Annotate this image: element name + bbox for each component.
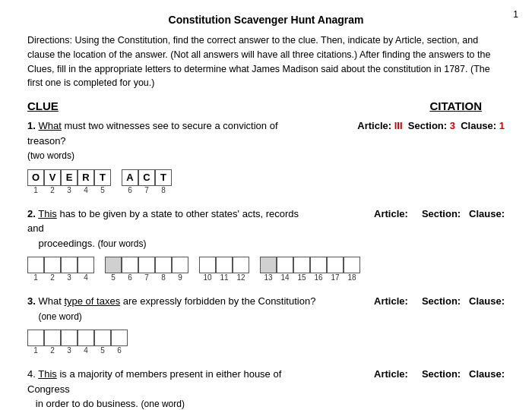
cell-number: 7 — [138, 186, 155, 194]
cell-number: 5 — [94, 346, 111, 355]
box-group: ACT678 — [122, 169, 172, 194]
page-number: 1 — [513, 9, 518, 20]
letter-cell — [111, 330, 128, 346]
question-row-3: 3. What type of taxes are expressly forb… — [27, 294, 505, 323]
cell-number: 17 — [327, 273, 344, 282]
letter-boxes-2: 123456789101112131415161718 — [27, 257, 505, 282]
letter-cell — [27, 330, 44, 346]
directions-text: Directions: Using the Constitution, find… — [27, 33, 505, 90]
cell-number: 3 — [61, 186, 78, 194]
question-text-3: 3. What type of taxes are expressly forb… — [27, 294, 315, 323]
citation-header: CITATION — [429, 99, 482, 112]
question-row-1: 1. What must two witnesses see to secure… — [27, 118, 505, 163]
letter-cell — [78, 330, 94, 346]
letter-cell — [94, 330, 111, 346]
citation-1: Article: III Section: 3 Clause: 1 — [337, 118, 505, 131]
letter-cell — [44, 330, 61, 346]
letter-cell: E — [61, 169, 78, 186]
cell-number: 11 — [216, 273, 233, 282]
question-text-1: 1. What must two witnesses see to secure… — [27, 118, 316, 163]
cell-number: 8 — [155, 186, 172, 194]
cell-number: 6 — [122, 273, 138, 282]
cell-number: 13 — [260, 273, 277, 282]
letter-cell: C — [138, 169, 155, 186]
letter-cell: V — [44, 169, 61, 186]
cell-number: 10 — [199, 273, 216, 282]
cell-number: 1 — [27, 186, 44, 194]
citation-2: Article: Section: Clause: — [337, 207, 505, 219]
cell-number: 5 — [105, 273, 122, 282]
letter-cell: T — [155, 169, 172, 186]
cell-number: 18 — [344, 273, 360, 282]
letter-cell — [155, 257, 172, 273]
page-title: Constitution Scavenger Hunt Anagram — [27, 14, 505, 26]
question-row-4: 4. This is a majority of members present… — [27, 367, 505, 410]
box-group: 56789 — [105, 257, 188, 282]
letter-cell — [310, 257, 327, 273]
box-group: OVERT12345 — [27, 169, 111, 194]
question-1: 1. What must two witnesses see to secure… — [27, 118, 505, 194]
cell-number: 3 — [61, 346, 78, 355]
letter-cell: T — [94, 169, 111, 186]
cell-number: 5 — [94, 186, 111, 194]
box-group: 1234 — [27, 257, 94, 282]
cell-number: 6 — [111, 346, 128, 355]
cell-number: 1 — [27, 273, 44, 282]
cell-number: 16 — [310, 273, 327, 282]
letter-cell — [44, 257, 61, 273]
question-text-2: 2. This has to be given by a state to ot… — [27, 207, 316, 251]
question-4: 4. This is a majority of members present… — [27, 367, 505, 410]
cell-number: 9 — [172, 273, 188, 282]
letter-cell — [105, 257, 122, 273]
letter-cell — [216, 257, 233, 273]
cell-number: 8 — [155, 273, 172, 282]
question-row-2: 2. This has to be given by a state to ot… — [27, 207, 505, 251]
cell-number: 2 — [44, 186, 61, 194]
letter-cell — [61, 257, 78, 273]
letter-cell — [172, 257, 188, 273]
cell-number: 6 — [122, 186, 138, 194]
letter-cell — [293, 257, 310, 273]
question-2: 2. This has to be given by a state to ot… — [27, 207, 505, 282]
box-group: 123456 — [27, 330, 128, 355]
cell-number: 2 — [44, 273, 61, 282]
cell-number: 4 — [78, 346, 94, 355]
letter-cell — [138, 257, 155, 273]
headers-row: CLUE CITATION — [27, 99, 505, 112]
cell-number: 3 — [61, 273, 78, 282]
citation-4: Article: Section: Clause: — [337, 367, 505, 380]
letter-cell — [233, 257, 249, 273]
letter-cell — [199, 257, 216, 273]
letter-cell: A — [122, 169, 138, 186]
letter-boxes-3: 123456 — [27, 330, 505, 355]
letter-cell — [277, 257, 293, 273]
letter-cell: R — [78, 169, 94, 186]
cell-number: 1 — [27, 346, 44, 355]
questions-container: 1. What must two witnesses see to secure… — [27, 118, 505, 410]
cell-number: 4 — [78, 273, 94, 282]
cell-number: 2 — [44, 346, 61, 355]
cell-number: 7 — [138, 273, 155, 282]
clue-header: CLUE — [27, 99, 59, 112]
box-group: 131415161718 — [260, 257, 360, 282]
question-text-4: 4. This is a majority of members present… — [27, 367, 316, 410]
letter-cell — [122, 257, 138, 273]
question-3: 3. What type of taxes are expressly forb… — [27, 294, 505, 355]
letter-cell — [27, 257, 44, 273]
cell-number: 15 — [293, 273, 310, 282]
cell-number: 12 — [233, 273, 249, 282]
citation-3: Article: Section: Clause: — [337, 294, 505, 307]
cell-number: 14 — [277, 273, 293, 282]
letter-cell — [61, 330, 78, 346]
letter-cell — [78, 257, 94, 273]
cell-number: 4 — [78, 186, 94, 194]
letter-cell — [344, 257, 360, 273]
letter-boxes-1: OVERT12345ACT678 — [27, 169, 505, 194]
box-group: 101112 — [199, 257, 249, 282]
letter-cell: O — [27, 169, 44, 186]
letter-cell — [327, 257, 344, 273]
letter-cell — [260, 257, 277, 273]
